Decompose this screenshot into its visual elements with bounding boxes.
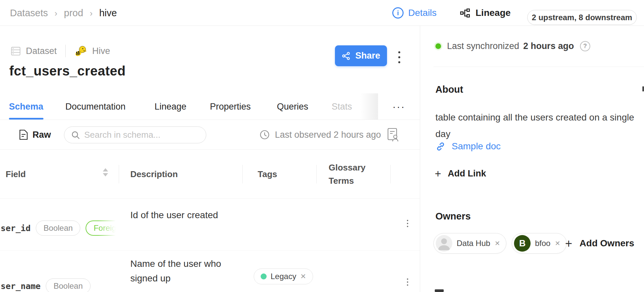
raw-document-icon bbox=[19, 129, 28, 140]
field-description: Name of the user who signed up bbox=[130, 257, 236, 286]
about-description: table containing all the users created o… bbox=[435, 109, 644, 142]
schema-toolbar: Raw Last observed 2 hours ago bbox=[0, 120, 420, 150]
clock-icon bbox=[260, 130, 270, 140]
about-section-title: About bbox=[435, 84, 463, 95]
field-type-pill: Boolean bbox=[36, 220, 80, 236]
plus-icon: + bbox=[565, 237, 572, 250]
column-header-tags: Tags bbox=[258, 150, 277, 199]
breadcrumb-separator: › bbox=[90, 8, 93, 18]
share-label: Share bbox=[355, 51, 380, 61]
field-overflow-fade bbox=[98, 199, 120, 250]
sample-doc-link[interactable]: Sample doc bbox=[435, 138, 501, 155]
dataset-table-icon bbox=[11, 47, 21, 56]
share-icon bbox=[342, 51, 351, 61]
more-options-kebab-icon[interactable] bbox=[397, 50, 402, 65]
tab-stats: Stats bbox=[332, 93, 352, 120]
breadcrumb: Datasets › prod › hive bbox=[10, 0, 117, 26]
breadcrumb-prod[interactable]: prod bbox=[64, 8, 83, 19]
sync-status-dot bbox=[435, 43, 441, 49]
tab-schema[interactable]: Schema bbox=[9, 93, 43, 120]
tab-lineage[interactable]: Lineage bbox=[155, 93, 186, 120]
owner-name: bfoo bbox=[535, 239, 550, 248]
breadcrumb-hive: hive bbox=[99, 8, 117, 19]
lineage-graph-icon bbox=[460, 8, 470, 18]
field-name: ser_name bbox=[1, 281, 40, 291]
more-tabs-button[interactable]: ··· bbox=[378, 93, 420, 120]
hive-platform-icon bbox=[74, 45, 87, 57]
column-header-glossary-terms: Glossary Terms bbox=[329, 150, 375, 199]
field-cell: ser_id Boolean Foreign Ke bbox=[0, 199, 120, 250]
lineage-summary-pill[interactable]: 2 upstream, 8 downstream bbox=[527, 10, 637, 25]
remove-tag-icon[interactable]: ✕ bbox=[300, 272, 306, 280]
tag-pill[interactable]: Legacy ✕ bbox=[254, 268, 313, 284]
question-circle-icon[interactable]: ? bbox=[580, 41, 590, 51]
tag-label: Legacy bbox=[271, 272, 296, 281]
last-observed-text: Last observed 2 hours ago bbox=[275, 130, 381, 140]
details-button[interactable]: i Details bbox=[392, 0, 437, 26]
field-description: Id of the user created bbox=[130, 210, 218, 220]
audit-history-icon[interactable] bbox=[387, 128, 399, 142]
entity-sidebar: Last synchronized 2 hours ago ? About ta… bbox=[420, 26, 644, 292]
add-link-button[interactable]: + Add Link bbox=[435, 165, 486, 182]
owners-list: Data Hub ✕ B bfoo ✕ bbox=[433, 233, 567, 254]
column-divider bbox=[390, 165, 391, 183]
tabs-scroll-fade bbox=[360, 93, 378, 120]
lineage-label: Lineage bbox=[476, 8, 511, 18]
link-icon bbox=[435, 141, 446, 152]
schema-table-header: Field Description Tags Glossary Terms bbox=[0, 150, 420, 199]
field-type-pill: Boolean bbox=[46, 278, 90, 292]
add-owners-label: Add Owners bbox=[580, 238, 634, 249]
breadcrumb-datasets[interactable]: Datasets bbox=[10, 8, 48, 19]
last-synchronized-row: Last synchronized 2 hours ago ? bbox=[435, 26, 590, 67]
owners-section-title: Owners bbox=[435, 211, 471, 222]
share-button[interactable]: Share bbox=[335, 45, 387, 66]
owner-pill-datahub[interactable]: Data Hub ✕ bbox=[433, 233, 506, 254]
sync-label: Last synchronized bbox=[447, 41, 519, 51]
tab-documentation[interactable]: Documentation bbox=[65, 93, 126, 120]
entity-tabs: Schema Documentation Lineage Properties … bbox=[0, 93, 420, 120]
sample-doc-label: Sample doc bbox=[452, 141, 501, 152]
column-divider bbox=[242, 165, 243, 183]
row-menu-icon[interactable] bbox=[406, 277, 410, 287]
table-row: ser_name Boolean Name of the user who si… bbox=[0, 251, 420, 292]
search-icon bbox=[71, 130, 80, 140]
breadcrumb-separator: › bbox=[54, 8, 57, 18]
remove-owner-icon[interactable]: ✕ bbox=[494, 239, 500, 247]
raw-toggle-button[interactable]: Raw bbox=[19, 120, 51, 150]
remove-owner-icon[interactable]: ✕ bbox=[555, 239, 560, 247]
tab-queries[interactable]: Queries bbox=[277, 93, 308, 120]
column-header-description: Description bbox=[130, 150, 178, 199]
field-name: ser_id bbox=[1, 223, 31, 233]
sort-field-icon[interactable] bbox=[103, 168, 108, 176]
add-owners-button[interactable]: + Add Owners bbox=[565, 233, 634, 254]
info-circle-icon: i bbox=[392, 7, 404, 19]
tab-properties[interactable]: Properties bbox=[210, 93, 251, 120]
owner-avatar bbox=[436, 235, 452, 252]
entity-title: fct_users_created bbox=[9, 64, 126, 78]
entity-type-label: Dataset bbox=[26, 46, 57, 56]
table-row: ser_id Boolean Foreign Ke Id of the user… bbox=[0, 199, 420, 251]
clipped-next-section-heading bbox=[435, 289, 444, 292]
platform-label[interactable]: Hive bbox=[92, 46, 110, 56]
column-header-field: Field bbox=[6, 150, 26, 199]
column-divider bbox=[316, 165, 317, 183]
schema-search-box bbox=[64, 126, 206, 143]
lineage-summary-text: 2 upstream, 8 downstream bbox=[532, 13, 632, 22]
owner-pill-bfoo[interactable]: B bfoo ✕ bbox=[512, 233, 566, 254]
search-input[interactable] bbox=[84, 130, 200, 140]
type-divider bbox=[65, 45, 66, 57]
field-cell: ser_name Boolean bbox=[0, 251, 120, 292]
owner-avatar: B bbox=[514, 235, 531, 252]
details-label: Details bbox=[408, 8, 437, 18]
last-observed-status: Last observed 2 hours ago bbox=[260, 120, 381, 150]
lineage-button[interactable]: Lineage bbox=[460, 0, 511, 26]
entity-main-panel: Dataset Hive fct_users_created Share bbox=[0, 26, 420, 292]
sidebar-divider bbox=[433, 67, 644, 67]
edit-about-icon[interactable] bbox=[642, 86, 644, 91]
row-menu-icon[interactable] bbox=[406, 219, 410, 228]
add-link-label: Add Link bbox=[448, 169, 486, 179]
column-divider bbox=[119, 165, 119, 183]
tag-color-dot bbox=[261, 273, 267, 279]
top-bar: Datasets › prod › hive i Details Lineage… bbox=[0, 0, 644, 26]
owner-name: Data Hub bbox=[457, 239, 490, 248]
